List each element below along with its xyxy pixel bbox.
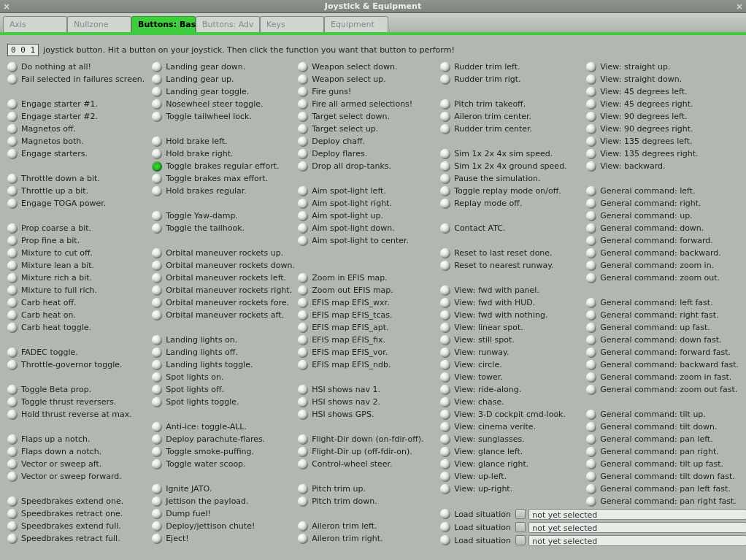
option-radio[interactable]: View: up-right. bbox=[440, 483, 579, 495]
option-radio[interactable]: Deploy flares. bbox=[298, 147, 433, 160]
option-radio[interactable]: General command: pan right fast. bbox=[586, 495, 739, 507]
option-radio[interactable]: View: 45 degrees right. bbox=[586, 98, 739, 110]
radio-icon[interactable] bbox=[298, 137, 308, 147]
radio-icon[interactable] bbox=[440, 161, 450, 172]
radio-icon[interactable] bbox=[440, 62, 450, 72]
option-radio[interactable]: View: fwd with HUD. bbox=[440, 296, 579, 309]
radio-icon[interactable] bbox=[152, 223, 162, 234]
option-radio[interactable]: HSI shows nav 1. bbox=[298, 383, 433, 396]
option-radio[interactable]: Weapon select down. bbox=[298, 61, 433, 73]
radio-icon[interactable] bbox=[152, 298, 162, 308]
radio-icon[interactable] bbox=[586, 472, 596, 482]
option-radio[interactable]: Aileron trim left. bbox=[298, 520, 433, 532]
radio-icon[interactable] bbox=[298, 273, 308, 283]
radio-icon[interactable] bbox=[7, 199, 18, 209]
option-radio[interactable]: General command: zoom out fast. bbox=[586, 383, 739, 396]
option-radio[interactable]: Replay mode off. bbox=[440, 197, 579, 210]
radio-icon[interactable] bbox=[586, 124, 596, 134]
option-radio[interactable]: Toggle tailwheel lock. bbox=[152, 110, 291, 123]
radio-icon[interactable] bbox=[7, 99, 18, 110]
option-radio[interactable]: Vector or sweep forward. bbox=[7, 470, 145, 483]
option-radio[interactable]: General command: forward. bbox=[586, 234, 739, 247]
option-radio[interactable]: View: glance left. bbox=[440, 445, 579, 458]
option-radio[interactable]: General command: zoom out. bbox=[586, 272, 739, 284]
radio-icon[interactable] bbox=[7, 496, 18, 507]
option-radio[interactable]: Mixture lean a bit. bbox=[7, 259, 145, 272]
radio-icon[interactable] bbox=[7, 447, 18, 457]
option-radio[interactable]: General command: right fast. bbox=[586, 309, 739, 321]
radio-icon[interactable] bbox=[440, 410, 450, 420]
option-radio[interactable]: Aim spot-light left. bbox=[298, 185, 433, 197]
option-radio[interactable]: Deploy parachute-flares. bbox=[152, 433, 291, 445]
radio-icon[interactable] bbox=[152, 186, 162, 196]
browse-button[interactable] bbox=[515, 509, 526, 519]
option-radio[interactable]: Aim spot-light up. bbox=[298, 210, 433, 222]
option-radio[interactable]: Carb heat on. bbox=[7, 309, 145, 321]
option-radio[interactable]: Anti-ice: toggle-ALL. bbox=[152, 421, 291, 433]
option-radio[interactable]: View: straight up. bbox=[586, 61, 739, 73]
close-icon[interactable]: × bbox=[736, 1, 743, 12]
option-radio[interactable]: Pitch trim up. bbox=[298, 483, 433, 495]
radio-icon[interactable] bbox=[7, 323, 18, 333]
option-radio[interactable]: Aim spot-light to center. bbox=[298, 234, 433, 247]
option-radio[interactable]: View: 90 degrees right. bbox=[586, 123, 739, 135]
option-radio[interactable]: Landing gear toggle. bbox=[152, 85, 291, 98]
radio-icon[interactable] bbox=[440, 248, 450, 258]
radio-icon[interactable] bbox=[7, 360, 18, 370]
option-radio[interactable]: Target select up. bbox=[298, 123, 433, 135]
radio-icon[interactable] bbox=[152, 137, 162, 147]
radio-icon[interactable] bbox=[586, 273, 596, 283]
option-radio[interactable]: Rudder trim center. bbox=[440, 123, 579, 135]
option-radio[interactable]: View: 135 degrees left. bbox=[586, 135, 739, 147]
option-radio[interactable]: Orbital maneuver rockets fore. bbox=[152, 296, 291, 309]
option-radio[interactable]: Hold thrust reverse at max. bbox=[7, 408, 145, 421]
option-radio[interactable]: General command: tilt up fast. bbox=[586, 458, 739, 470]
radio-icon[interactable] bbox=[586, 99, 596, 110]
option-radio[interactable]: Toggle smoke-puffing. bbox=[152, 445, 291, 458]
radio-icon[interactable] bbox=[7, 248, 18, 258]
radio-icon[interactable] bbox=[298, 124, 308, 134]
browse-button[interactable] bbox=[515, 522, 526, 532]
tab-nullzone[interactable]: Nullzone bbox=[67, 16, 131, 32]
option-radio[interactable]: View: glance right. bbox=[440, 458, 579, 470]
radio-icon[interactable] bbox=[152, 484, 162, 494]
radio-icon[interactable] bbox=[298, 397, 308, 407]
radio-icon[interactable] bbox=[586, 496, 596, 507]
option-radio[interactable]: Aileron trim center. bbox=[440, 110, 579, 123]
option-radio[interactable]: Do nothing at all! bbox=[7, 61, 145, 73]
option-radio[interactable]: Fail selected in failures screen. bbox=[7, 73, 145, 85]
radio-icon[interactable] bbox=[7, 273, 18, 283]
radio-icon[interactable] bbox=[586, 137, 596, 147]
option-radio[interactable]: Reset to last reset done. bbox=[440, 247, 579, 259]
option-radio[interactable]: Aileron trim right. bbox=[298, 532, 433, 545]
radio-icon[interactable] bbox=[586, 410, 596, 420]
radio-icon[interactable] bbox=[440, 323, 450, 333]
radio-icon[interactable] bbox=[586, 335, 596, 345]
radio-icon[interactable] bbox=[586, 112, 596, 122]
option-radio[interactable]: EFIS map EFIS_wxr. bbox=[298, 296, 433, 309]
option-radio[interactable]: Reset to nearest runway. bbox=[440, 259, 579, 272]
option-radio[interactable]: Mixture to cut off. bbox=[7, 247, 145, 259]
radio-icon[interactable] bbox=[298, 223, 308, 234]
option-radio[interactable]: View: 45 degrees left. bbox=[586, 85, 739, 98]
option-radio[interactable]: Sim 1x 2x 4x ground speed. bbox=[440, 160, 579, 172]
radio-icon[interactable] bbox=[7, 174, 18, 184]
radio-icon[interactable] bbox=[152, 161, 162, 172]
radio-icon[interactable] bbox=[7, 236, 18, 246]
option-radio[interactable]: Pause the simulation. bbox=[440, 172, 579, 185]
option-radio[interactable]: General command: zoom in. bbox=[586, 259, 739, 272]
option-radio[interactable]: Flaps up a notch. bbox=[7, 433, 145, 445]
radio-icon[interactable] bbox=[7, 261, 18, 271]
radio-icon[interactable] bbox=[298, 410, 308, 420]
radio-icon[interactable] bbox=[586, 248, 596, 258]
option-radio[interactable]: View: ride-along. bbox=[440, 383, 579, 396]
option-radio[interactable]: Target select down. bbox=[298, 110, 433, 123]
radio-icon[interactable] bbox=[586, 484, 596, 494]
radio-icon[interactable] bbox=[7, 62, 18, 72]
radio-icon[interactable] bbox=[440, 472, 450, 482]
tab-keys[interactable]: Keys bbox=[260, 16, 324, 32]
radio-icon[interactable] bbox=[298, 62, 308, 72]
radio-icon[interactable] bbox=[586, 323, 596, 333]
radio-icon[interactable] bbox=[440, 434, 450, 445]
option-radio[interactable]: FADEC toggle. bbox=[7, 346, 145, 358]
